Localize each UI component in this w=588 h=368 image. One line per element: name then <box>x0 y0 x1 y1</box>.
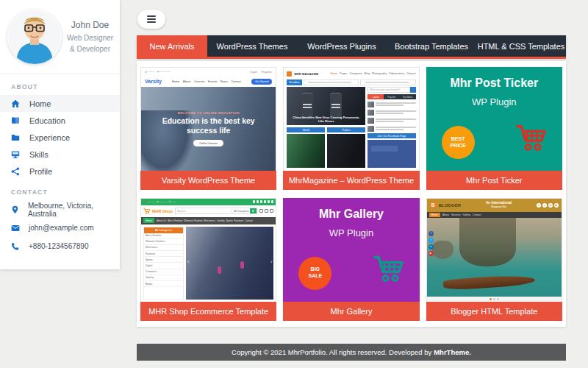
widget-post-item <box>368 109 415 116</box>
card-varsity-theme[interactable]: ✆ ─── ✉ ───── Login Register Varsity Hom… <box>140 67 276 190</box>
plugin-heading: Mhr Post Ticker <box>450 77 538 90</box>
tab-bootstrap-templates[interactable]: Bootstrap Templates <box>387 35 476 57</box>
profile-role-line2: & Developer <box>66 43 114 54</box>
varsity-hero-button: Online Courses <box>193 140 223 146</box>
youtube-icon: ▶ <box>429 251 434 256</box>
shop-category-item: Cosmetics <box>144 269 183 275</box>
card-title[interactable]: Varsity WordPress Theme <box>140 171 276 190</box>
contact-section-label: CONTACT <box>0 180 120 200</box>
location-pin-icon <box>11 205 19 214</box>
contact-item-email[interactable]: john@example.com <box>0 219 120 237</box>
mhrmagazine-thumbnail: MHR MAGAZINE Home Pages Categories Blog … <box>283 67 419 171</box>
sidebar-item-home[interactable]: Home <box>0 95 120 112</box>
varsity-thumbnail: ✆ ─── ✉ ───── Login Register Varsity Hom… <box>140 67 276 171</box>
card-title[interactable]: MHR Shop Ecommerce Template <box>140 302 276 321</box>
magazine-ticker-1 <box>304 79 359 85</box>
hamburger-icon <box>147 15 156 23</box>
magazine-widget-tabs: Latest Popular Top Most <box>368 94 415 99</box>
plugin-subheading: WP Plugin <box>472 96 516 107</box>
shop-slider-photo: ‹ › <box>186 227 273 300</box>
card-mhr-gallery[interactable]: Mhr Gallery WP Plugin BIG SALE Mhr G <box>283 198 419 321</box>
about-section-label: ABOUT <box>0 74 120 95</box>
magazine-nav-home: Home <box>331 72 338 75</box>
blogger-tagline: An International Blogging Site <box>463 201 534 209</box>
card-blogger-template[interactable]: B BLOGGER An International Blogging Site… <box>426 198 562 321</box>
shop-body: All Categories Men's Fashion Women's Fas… <box>141 224 276 302</box>
tab-wordpress-themes[interactable]: WordPress Themes <box>207 35 297 57</box>
varsity-topbar: ✆ ─── ✉ ───── Login Register <box>141 68 276 76</box>
tab-wordpress-plugins[interactable]: WordPress Plugins <box>297 35 387 57</box>
cart-icon <box>373 255 404 286</box>
photo-figure <box>330 93 342 118</box>
category-tabs: New Arrivals WordPress Themes WordPress … <box>137 35 566 59</box>
card-title[interactable]: Mhr Gallery <box>283 302 419 321</box>
shop-category-item: Women's Fashion <box>144 239 183 245</box>
shop-header: MHR Shop Search... All Categories <box>141 205 276 217</box>
shop-header-icons <box>259 209 273 213</box>
contact-item-phone[interactable]: +880-1234567890 <box>0 237 120 255</box>
profile-role-line1: Web Designer <box>66 32 114 43</box>
shop-categories-sidebar: All Categories Men's Fashion Women's Fas… <box>143 227 184 300</box>
widget-post-item <box>368 101 415 107</box>
shop-category-select: All Categories <box>232 210 250 213</box>
blogger-nav-items: About Services Gallery Contact <box>442 213 481 216</box>
shop-search-bar: Search... All Categories <box>175 208 258 214</box>
varsity-hero-heading: Education is the best key success life <box>154 116 264 135</box>
sidebar-item-skills[interactable]: Skills <box>0 146 120 163</box>
sidebar-item-label: Experience <box>29 133 70 142</box>
tab-new-arrivals[interactable]: New Arrivals <box>137 35 207 57</box>
widget-post-item <box>368 117 415 124</box>
sidebar-item-experience[interactable]: Experience <box>0 129 120 146</box>
magazine-header: MHR MAGAZINE Home Pages Categories Blog … <box>284 68 418 78</box>
shop-navbar: Home About Us Men's Fashion Women's Fash… <box>141 217 276 224</box>
sidebar: John Doe Web Designer & Developer ABOUT … <box>0 0 120 269</box>
plugin-subheading: WP Plugin <box>329 227 373 238</box>
slider-dots <box>427 297 562 302</box>
widget-post-item <box>368 125 415 132</box>
magazine-sidebar: What are you searching for? Latest Popul… <box>368 87 415 168</box>
card-title[interactable]: Mhr Post Ticker <box>426 171 562 190</box>
profile-section: John Doe Web Designer & Developer <box>0 0 120 74</box>
shop-category-item: Furniture <box>144 251 183 257</box>
varsity-navbar: Varsity Home About Courses Events News C… <box>141 76 276 87</box>
shop-search-button <box>250 208 257 213</box>
card-mhr-shop-template[interactable]: 📍 ───── ✉ ───── ✆ ─── MHR Shop Search...… <box>140 198 276 321</box>
card-title[interactable]: MhrMagazine – WordPress Theme <box>283 171 419 190</box>
sidebar-item-label: Profile <box>29 167 52 176</box>
mhr-gallery-thumbnail: Mhr Gallery WP Plugin BIG SALE <box>283 198 419 302</box>
card-title[interactable]: Blogger HTML Template <box>426 302 562 321</box>
shop-category-item: Books <box>144 281 183 287</box>
blogger-navbar: Home About Services Gallery Contact <box>427 212 562 218</box>
shop-categories-title: All Categories <box>144 227 183 233</box>
badge-line2: PRICE <box>450 143 465 149</box>
contact-item-location[interactable]: Melbourne, Victoria, Australia <box>0 200 120 219</box>
widget-tab-latest: Latest <box>368 94 384 99</box>
sidebar-item-label: Education <box>29 116 65 125</box>
widget-tabs-rest: Popular Top Most <box>384 94 415 99</box>
sidebar-item-profile[interactable]: Profile <box>0 163 120 180</box>
blogger-header-social-icons: f t in ▶ <box>537 203 559 208</box>
magazine-logo-text: MHR MAGAZINE <box>294 72 318 76</box>
varsity-cta-button: Get Started <box>251 79 272 85</box>
shop-category-item: Sports <box>144 257 183 263</box>
cart-icon <box>515 124 546 155</box>
blogger-tagline-line2: Blogging Site <box>463 205 534 209</box>
linkedin-icon: in <box>429 244 434 250</box>
shop-category-item: Electronics <box>144 245 183 251</box>
plugin-heading: Mhr Gallery <box>319 208 384 221</box>
magazine-section-world: World <box>287 127 325 168</box>
blogger-logo-text: BLOGGER <box>439 203 461 208</box>
magazine-nav: Home Pages Categories Blog Photography V… <box>320 72 415 75</box>
menu-toggle-button[interactable] <box>137 10 165 29</box>
magazine-logo-icon <box>287 71 292 77</box>
blogger-floating-social: f t in ▶ <box>429 231 434 256</box>
sidebar-item-education[interactable]: Education <box>0 112 120 129</box>
widget-tab-popular: Popular <box>387 96 395 99</box>
card-mhrmagazine-theme[interactable]: MHR MAGAZINE Home Pages Categories Blog … <box>283 67 419 190</box>
varsity-login-links: Login Register <box>250 70 272 74</box>
tab-html-css-templates[interactable]: HTML & CSS Templates <box>476 35 566 57</box>
card-mhr-post-ticker[interactable]: Mhr Post Ticker WP Plugin BEST PRICE <box>426 67 562 190</box>
magazine-ticker-2 <box>360 79 416 85</box>
sidebar-item-label: Home <box>29 99 51 108</box>
shop-category-item: Digital <box>144 263 183 269</box>
